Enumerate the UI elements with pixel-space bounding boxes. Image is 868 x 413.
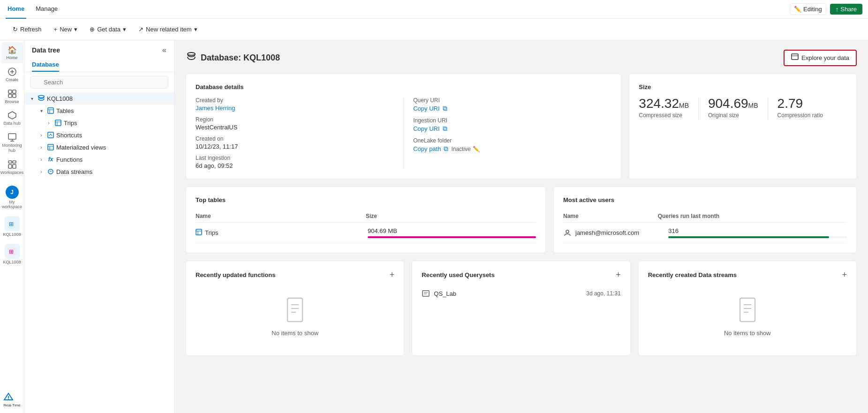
- inactive-badge[interactable]: Inactive ✏️: [451, 146, 479, 152]
- monitoring-icon: [8, 133, 17, 142]
- functions-empty-icon: [283, 296, 307, 324]
- trips-row-name: Trips: [196, 229, 364, 237]
- sidebar-item-workspaces[interactable]: Workspaces: [1, 157, 23, 178]
- trips-icon: [196, 229, 202, 237]
- collapse-button[interactable]: «: [162, 46, 166, 54]
- svg-point-35: [188, 53, 195, 55]
- ingestion-uri-row: Copy URI ⧉: [413, 125, 611, 133]
- bottom-cards-row: Recently updated functions + No items to…: [186, 261, 857, 356]
- qs-icon: [422, 289, 430, 298]
- onelake-copy[interactable]: Copy path: [413, 145, 441, 152]
- svg-rect-5: [8, 94, 12, 98]
- add-queryset-button[interactable]: +: [616, 270, 621, 279]
- svg-rect-3: [8, 90, 12, 93]
- explore-data-button[interactable]: Explore your data: [784, 50, 857, 66]
- sidebar-item-datahub[interactable]: Data hub: [1, 108, 23, 129]
- created-by-value[interactable]: James Herring: [196, 105, 394, 112]
- region-label: Region: [196, 116, 394, 123]
- share-button[interactable]: ↑ Share: [830, 4, 862, 15]
- svg-rect-12: [13, 161, 16, 163]
- data-tree-search: 🔍: [24, 72, 174, 92]
- tab-home[interactable]: Home: [6, 0, 26, 19]
- tree-item-trips[interactable]: › Trips: [24, 117, 174, 129]
- svg-rect-49: [740, 298, 755, 322]
- functions-empty-state: No items to show: [196, 286, 394, 346]
- page-title: Database: KQL1008: [201, 53, 280, 63]
- cards-row-middle: Top tables Name Size Trips: [186, 187, 857, 253]
- editing-button[interactable]: ✏️ Editing: [790, 3, 826, 15]
- page-title-wrap: Database: KQL1008: [186, 51, 280, 65]
- ingestion-uri-copy-icon[interactable]: ⧉: [443, 125, 447, 133]
- sidebar-item-kql1008-bottom[interactable]: ⊞ KQL1008: [1, 241, 23, 268]
- table-row: Trips 904.69 MB: [196, 223, 536, 243]
- svg-rect-13: [8, 165, 12, 168]
- ingestion-uri-label: Ingestion URI: [413, 117, 611, 124]
- new-related-item-button[interactable]: ↗ New related item ▾: [133, 23, 203, 36]
- svg-rect-30: [48, 144, 53, 150]
- home-icon: 🏠: [8, 45, 17, 54]
- search-input[interactable]: [30, 76, 168, 89]
- most-active-header: Name Queries run last month: [563, 210, 847, 223]
- detail-created-by: Created by James Herring: [196, 97, 394, 112]
- details-grid: Created by James Herring Region WestCent…: [196, 97, 611, 169]
- tree-tab-database[interactable]: Database: [32, 58, 59, 72]
- chevron-down-tables: ▾: [38, 107, 45, 114]
- left-sidebar: 🏠 Home Create Browse Data hub Monitor: [0, 40, 24, 413]
- data-tree-tabs: Database: [24, 58, 174, 72]
- get-data-button[interactable]: ⊕ Get data ▾: [84, 23, 131, 36]
- query-uri-copy-icon[interactable]: ⧉: [443, 105, 447, 113]
- tree-item-kql1008[interactable]: ▾ KQL1008: [24, 92, 174, 105]
- created-by-label: Created by: [196, 97, 394, 104]
- tree-item-data-streams[interactable]: › Data streams: [24, 165, 174, 178]
- onelake-copy-icon[interactable]: ⧉: [444, 145, 448, 153]
- tree-item-tables[interactable]: ▾ Tables: [24, 105, 174, 117]
- page-header: Database: KQL1008 Explore your data: [186, 50, 857, 66]
- svg-point-21: [8, 398, 9, 399]
- workspaces-icon: [8, 160, 17, 169]
- query-uri-row: Copy URI ⧉: [413, 105, 611, 113]
- tree-items: ▾ KQL1008 ▾ Tables › Trips: [24, 92, 174, 413]
- tree-item-functions[interactable]: › fx Functions: [24, 153, 174, 165]
- database-icon: [38, 95, 45, 102]
- top-navigation: Home Manage ✏️ Editing ↑ Share: [0, 0, 868, 19]
- shortcuts-icon: [47, 131, 54, 139]
- top-tables-header: Name Size: [196, 210, 536, 223]
- explore-icon: [791, 53, 799, 62]
- top-tables-grid: Name Size Trips 904.69 MB: [196, 210, 536, 243]
- sidebar-item-my-workspace[interactable]: J My workspace: [1, 183, 23, 213]
- details-col-left: Created by James Herring Region WestCent…: [196, 97, 394, 169]
- svg-rect-36: [792, 54, 798, 60]
- datastreams-empty-state: No items to show: [648, 286, 847, 346]
- ingestion-uri-copy[interactable]: Copy URI: [413, 125, 439, 132]
- last-ingestion-label: Last ingestion: [196, 155, 394, 161]
- query-uri-copy[interactable]: Copy URI: [413, 105, 439, 112]
- add-datastream-button[interactable]: +: [842, 270, 847, 279]
- svg-rect-46: [423, 291, 429, 296]
- add-function-button[interactable]: +: [390, 270, 395, 279]
- tab-manage[interactable]: Manage: [34, 0, 60, 19]
- new-button[interactable]: + New ▾: [49, 23, 83, 36]
- tree-item-materialized-views[interactable]: › Materialized views: [24, 141, 174, 153]
- sidebar-item-home[interactable]: 🏠 Home: [1, 42, 23, 63]
- user-progress: [668, 236, 847, 238]
- svg-rect-8: [8, 134, 16, 139]
- sidebar-item-kql1008-top[interactable]: ⊞ KQL1008: [1, 213, 23, 240]
- tree-item-shortcuts[interactable]: › Shortcuts: [24, 129, 174, 141]
- compression-ratio: 2.79 Compression ratio: [777, 97, 823, 119]
- data-tree-panel: Data tree « Database 🔍 ▾ KQL1008 ▾: [24, 40, 174, 413]
- sidebar-item-create[interactable]: Create: [1, 64, 23, 85]
- col-name: Name: [196, 213, 366, 219]
- sidebar-item-monitoring[interactable]: Monitoring hub: [1, 130, 23, 156]
- chevron-down-icon-2: ▾: [123, 26, 126, 33]
- sidebar-item-realtime[interactable]: Real-Time: [3, 388, 21, 413]
- datahub-icon: [8, 111, 17, 120]
- detail-ingestion-uri: Ingestion URI Copy URI ⧉: [413, 117, 611, 133]
- sidebar-item-browse[interactable]: Browse: [1, 86, 23, 107]
- functions-icon: fx: [47, 156, 54, 163]
- refresh-button[interactable]: ↻ Refresh: [8, 23, 47, 36]
- compressed-value: 324.32MB: [639, 97, 689, 110]
- user-bar-col: 316: [668, 227, 847, 238]
- svg-rect-29: [48, 132, 53, 138]
- col-size: Size: [366, 213, 536, 219]
- edit-icon[interactable]: ✏️: [473, 146, 480, 152]
